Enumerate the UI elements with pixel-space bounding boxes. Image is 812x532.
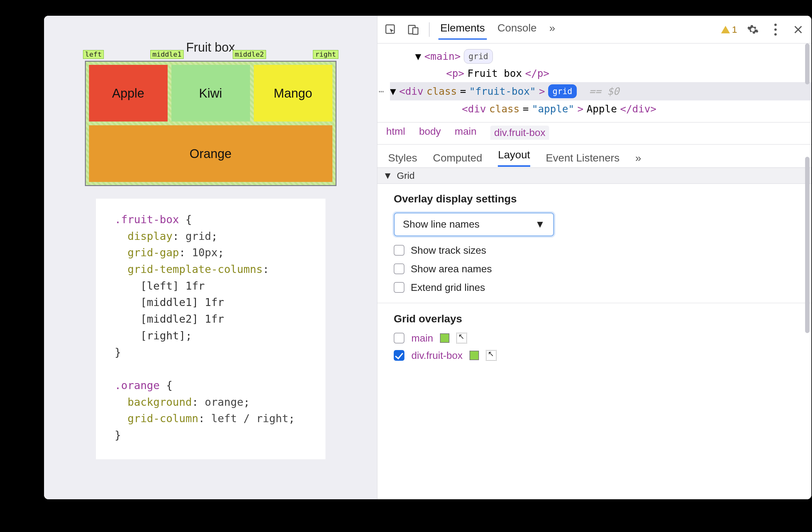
grid-line-labels: left middle1 middle2 right [85, 50, 336, 61]
chevron-down-icon: ▼ [535, 219, 545, 230]
warning-icon [721, 26, 730, 33]
checkbox[interactable] [394, 333, 404, 344]
color-swatch[interactable] [469, 351, 479, 360]
breadcrumb[interactable]: html body main div.fruit-box [377, 123, 811, 144]
checkbox[interactable] [394, 282, 404, 293]
subtab-layout[interactable]: Layout [498, 149, 530, 167]
rendered-page-pane: Fruit box left middle1 middle2 right App… [44, 16, 377, 499]
checkbox[interactable] [394, 245, 404, 256]
dom-row-apple[interactable]: <div class="apple">Apple</div> [390, 100, 811, 117]
reveal-icon[interactable] [486, 350, 496, 361]
line-name-middle1: middle1 [150, 50, 184, 59]
line-name-right: right [313, 50, 338, 59]
subtab-styles[interactable]: Styles [388, 152, 417, 164]
cell-kiwi: Kiwi [171, 65, 250, 122]
subtabs-more[interactable]: » [635, 152, 641, 164]
overlay-fruit-box[interactable]: div.fruit-box [394, 350, 795, 361]
overlay-main[interactable]: main [394, 333, 795, 344]
devtools-toolbar: Elements Console » 1 [377, 16, 811, 43]
fruit-box-grid: Apple Kiwi Mango Orange [89, 65, 332, 182]
tab-elements[interactable]: Elements [438, 19, 487, 40]
svg-point-5 [774, 33, 777, 36]
dom-row-main[interactable]: ▼<main> grid [390, 48, 811, 65]
inspect-icon[interactable] [384, 23, 397, 37]
checkbox[interactable] [394, 264, 404, 274]
crumb-main[interactable]: main [455, 126, 476, 140]
warnings-indicator[interactable]: 1 [721, 24, 737, 35]
device-toggle-icon[interactable] [406, 23, 420, 37]
fruit-box-element[interactable]: Apple Kiwi Mango Orange [85, 61, 336, 186]
subtab-computed[interactable]: Computed [433, 152, 482, 164]
grid-accordion-body: Overlay display settings Show line names… [377, 184, 811, 376]
styles-subtabs: Styles Computed Layout Event Listeners » [377, 144, 811, 168]
app-window: Fruit box left middle1 middle2 right App… [44, 16, 811, 499]
svg-rect-2 [413, 28, 418, 34]
cell-apple: Apple [89, 65, 168, 122]
svg-point-3 [774, 24, 777, 26]
close-icon[interactable] [791, 23, 805, 37]
grid-wrap: left middle1 middle2 right Apple Kiwi Ma… [85, 61, 336, 186]
line-name-left: left [83, 50, 104, 59]
tabs-more[interactable]: » [547, 19, 557, 40]
opt-extend-lines[interactable]: Extend grid lines [394, 282, 795, 293]
dom-row-p[interactable]: <p>Fruit box</p> [390, 65, 811, 82]
kebab-icon[interactable] [769, 23, 782, 37]
opt-track-sizes[interactable]: Show track sizes [394, 244, 795, 256]
cell-mango: Mango [254, 65, 332, 122]
crumb-fruit-box[interactable]: div.fruit-box [490, 126, 549, 140]
opt-area-names[interactable]: Show area names [394, 263, 795, 275]
grid-accordion-header[interactable]: ▼ Grid [377, 168, 811, 184]
grid-overlays-title: Grid overlays [394, 312, 795, 325]
devtools-panel: Elements Console » 1 ▼<main> grid <p>Fru… [377, 16, 811, 499]
line-names-select[interactable]: Show line names ▼ [394, 212, 554, 236]
crumb-body[interactable]: body [419, 126, 440, 140]
overlay-settings-title: Overlay display settings [394, 193, 795, 205]
crumb-html[interactable]: html [386, 126, 405, 140]
subtab-events[interactable]: Event Listeners [546, 152, 620, 164]
reveal-icon[interactable] [456, 333, 467, 344]
gear-icon[interactable] [746, 23, 760, 37]
scrollbar[interactable] [803, 43, 810, 498]
dom-tree[interactable]: ▼<main> grid <p>Fruit box</p> ▼<div clas… [377, 43, 811, 123]
css-source-box: .fruit-box { display: grid; grid-gap: 10… [96, 199, 325, 459]
line-name-middle2: middle2 [233, 50, 266, 59]
cell-orange: Orange [89, 125, 332, 182]
checkbox[interactable] [394, 350, 404, 361]
color-swatch[interactable] [440, 333, 449, 343]
tab-console[interactable]: Console [496, 19, 539, 40]
svg-point-4 [774, 28, 777, 31]
dom-row-fruit-box[interactable]: ▼<div class="fruit-box"> grid == $0 [390, 82, 811, 100]
